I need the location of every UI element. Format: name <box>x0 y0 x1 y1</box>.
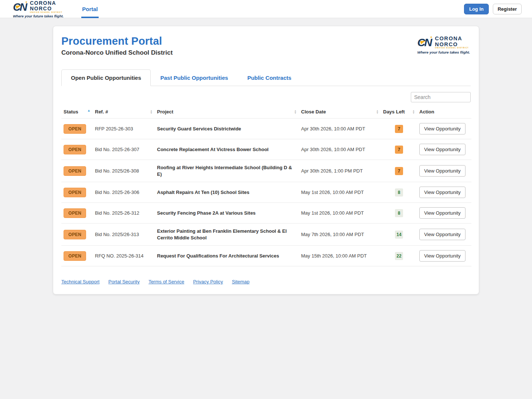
footer-link-portal-security[interactable]: Portal Security <box>108 279 140 284</box>
nav-link-portal[interactable]: Portal <box>81 0 99 18</box>
view-opportunity-button[interactable]: View Opportunity <box>419 123 466 134</box>
ref-cell: RFQ NO. 2025-26-314 <box>93 246 155 266</box>
card-header: Procurement Portal Corona-Norco Unified … <box>61 35 471 57</box>
footer-links: Technical Support Portal Security Terms … <box>61 279 471 284</box>
days-left-cell: 8 <box>381 182 417 203</box>
brand-subtitle: UNIFIED SCHOOL DISTRICT <box>30 12 62 14</box>
table-row: OPEN RFQ NO. 2025-26-314 Request For Qua… <box>61 246 471 266</box>
tab-public-contracts[interactable]: Public Contracts <box>238 69 301 86</box>
active-tab-indicator <box>81 17 99 18</box>
footer-link-privacy-policy[interactable]: Privacy Policy <box>193 279 223 284</box>
close-date-cell: May 1st 2026, 10:00 AM PDT <box>299 182 381 203</box>
status-badge: OPEN <box>64 145 86 154</box>
column-header-close-date[interactable]: Close Date ▲▼ <box>299 106 381 119</box>
status-cell: OPEN <box>61 160 93 182</box>
table-row: OPEN RFP 2025-26-303 Security Guard Serv… <box>61 119 471 139</box>
project-cell: Concrete Replacement At Victress Bower S… <box>155 139 299 160</box>
search-row <box>61 92 471 102</box>
status-badge: OPEN <box>64 251 86 261</box>
status-badge: OPEN <box>64 208 86 218</box>
status-badge: OPEN <box>64 188 86 197</box>
footer-link-technical-support[interactable]: Technical Support <box>61 279 99 284</box>
district-logo[interactable]: CN ✦ CORONA NORCO UNIFIED SCHOOL DISTRIC… <box>13 0 64 18</box>
action-cell: View Opportunity <box>417 139 471 160</box>
ref-cell: RFP 2025-26-303 <box>93 119 155 139</box>
table-header-row: Status ▲ Ref. # ▲▼ Project ▲▼ Close Date… <box>61 106 471 119</box>
footer-link-sitemap[interactable]: Sitemap <box>232 279 250 284</box>
status-badge: OPEN <box>64 166 86 176</box>
district-logo-card: CN ✦ CORONA NORCO UNIFIED SCHOOL DISTRIC… <box>417 36 470 54</box>
tab-open-public-opportunities[interactable]: Open Public Opportunities <box>61 69 151 86</box>
action-cell: View Opportunity <box>417 246 471 266</box>
days-left-cell: 7 <box>381 160 417 182</box>
footer-link-terms-of-service[interactable]: Terms of Service <box>149 279 184 284</box>
view-opportunity-button[interactable]: View Opportunity <box>419 207 466 219</box>
tab-past-public-opportunities[interactable]: Past Public Opportunities <box>151 69 238 86</box>
table-row: OPEN Bid No. 2025/26-313 Exterior Painti… <box>61 224 471 246</box>
view-opportunity-button[interactable]: View Opportunity <box>419 144 466 155</box>
project-cell: Asphalt Repairs At Ten (10) School Sites <box>155 182 299 203</box>
close-date-cell: Apr 30th 2026, 10:00 AM PDT <box>299 139 381 160</box>
days-left-cell: 22 <box>381 246 417 266</box>
column-header-project[interactable]: Project ▲▼ <box>155 106 299 119</box>
nav-links: Portal <box>81 0 99 18</box>
project-cell: Security Guard Services Districtwide <box>155 119 299 139</box>
column-header-status[interactable]: Status ▲ <box>61 106 93 119</box>
days-left-badge: 22 <box>395 252 403 260</box>
page-subtitle: Corona-Norco Unified School District <box>61 49 173 57</box>
view-opportunity-button[interactable]: View Opportunity <box>419 187 466 198</box>
brand-tagline: Where your future takes flight. <box>417 50 470 54</box>
tab-bar: Open Public Opportunities Past Public Op… <box>61 69 471 86</box>
table-row: OPEN Bid No. 2025-26-306 Asphalt Repairs… <box>61 182 471 203</box>
column-header-days-left[interactable]: Days Left ▲▼ <box>381 106 417 119</box>
cn-monogram-icon: CN ✦ <box>13 1 28 13</box>
status-cell: OPEN <box>61 119 93 139</box>
view-opportunity-button[interactable]: View Opportunity <box>419 250 466 262</box>
brand-line1: CORONA <box>30 0 62 6</box>
days-left-badge: 14 <box>395 231 403 239</box>
days-left-cell: 14 <box>381 224 417 246</box>
register-button[interactable]: Register <box>493 4 522 14</box>
close-date-cell: Apr 30th 2026, 1:00 PM PDT <box>299 160 381 182</box>
status-cell: OPEN <box>61 203 93 224</box>
sort-icon: ▲▼ <box>412 110 415 114</box>
search-input[interactable] <box>411 92 471 102</box>
close-date-cell: May 1st 2026, 10:00 AM PDT <box>299 203 381 224</box>
days-left-badge: 8 <box>395 188 403 197</box>
top-navbar: CN ✦ CORONA NORCO UNIFIED SCHOOL DISTRIC… <box>0 0 532 18</box>
brand-line1: CORONA <box>435 36 469 41</box>
procurement-portal-card: Procurement Portal Corona-Norco Unified … <box>53 26 479 294</box>
login-button[interactable]: Log In <box>464 4 489 14</box>
table-row: OPEN Bid No. 2025-26-307 Concrete Replac… <box>61 139 471 160</box>
action-cell: View Opportunity <box>417 203 471 224</box>
cn-monogram-icon: CN ✦ <box>417 37 433 48</box>
days-left-badge: 7 <box>395 167 403 175</box>
ref-cell: Bid No. 2025/26-308 <box>93 160 155 182</box>
days-left-cell: 7 <box>381 139 417 160</box>
view-opportunity-button[interactable]: View Opportunity <box>419 165 466 177</box>
close-date-cell: Apr 30th 2026, 10:00 AM PDT <box>299 119 381 139</box>
status-cell: OPEN <box>61 246 93 266</box>
days-left-badge: 7 <box>395 125 403 133</box>
brand-tagline: Where your future takes flight. <box>13 14 64 18</box>
project-cell: Security Fencing Phase 2A at Various Sit… <box>155 203 299 224</box>
action-cell: View Opportunity <box>417 182 471 203</box>
sort-asc-icon: ▲ <box>87 109 91 112</box>
action-cell: View Opportunity <box>417 119 471 139</box>
project-cell: Request For Qualifications For Architect… <box>155 246 299 266</box>
column-header-action: Action <box>417 106 471 119</box>
ref-cell: Bid No. 2025-26-312 <box>93 203 155 224</box>
star-icon: ✦ <box>430 36 433 39</box>
ref-cell: Bid No. 2025/26-313 <box>93 224 155 246</box>
days-left-cell: 8 <box>381 203 417 224</box>
status-cell: OPEN <box>61 139 93 160</box>
nav-link-portal-label: Portal <box>82 6 98 12</box>
project-cell: Exterior Painting at Ben Franklin Elemen… <box>155 224 299 246</box>
page-title: Procurement Portal <box>61 35 173 47</box>
close-date-cell: May 7th 2026, 10:00 AM PDT <box>299 224 381 246</box>
column-header-ref[interactable]: Ref. # ▲▼ <box>93 106 155 119</box>
status-cell: OPEN <box>61 182 93 203</box>
brand-subtitle: UNIFIED SCHOOL DISTRICT <box>435 48 469 50</box>
view-opportunity-button[interactable]: View Opportunity <box>419 229 466 240</box>
star-icon: ✦ <box>25 1 28 4</box>
